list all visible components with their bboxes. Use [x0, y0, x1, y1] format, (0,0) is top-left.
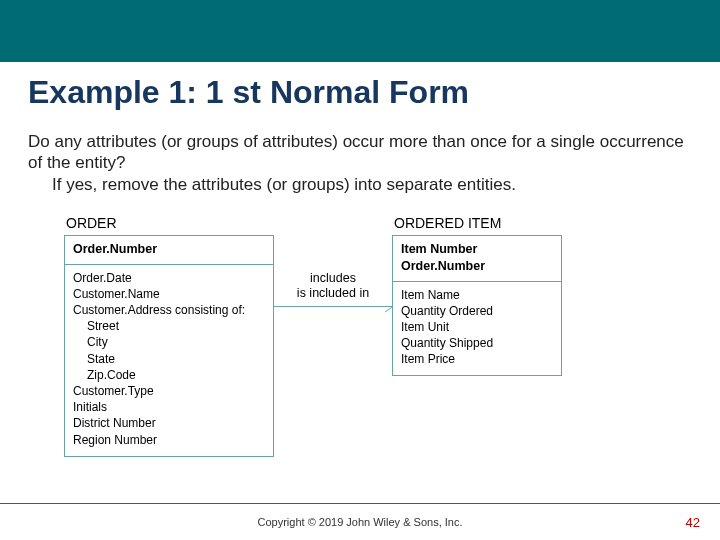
- body-text: Do any attributes (or groups of attribut…: [28, 131, 692, 195]
- attr: Customer.Name: [73, 286, 265, 302]
- relationship: includes is included in: [274, 213, 392, 307]
- attr: Quantity Ordered: [401, 303, 553, 319]
- attr: Order.Date: [73, 270, 265, 286]
- attr: Item Unit: [401, 319, 553, 335]
- copyright-text: Copyright © 2019 John Wiley & Sons, Inc.: [0, 516, 720, 528]
- header-bar: [0, 0, 720, 62]
- rel-line: [274, 306, 392, 307]
- attr: Street: [73, 318, 265, 334]
- footer: Copyright © 2019 John Wiley & Sons, Inc.…: [0, 516, 720, 528]
- entity-ordered-item: ORDERED ITEM Item Number Order.Number It…: [392, 213, 562, 377]
- er-diagram: ORDER Order.Number Order.Date Customer.N…: [28, 209, 692, 457]
- pk-attr: Order.Number: [401, 258, 553, 275]
- entity-ordered-item-attrs: Item Name Quantity Ordered Item Unit Qua…: [393, 282, 561, 376]
- attr: Customer.Address consisting of:: [73, 302, 265, 318]
- attr: State: [73, 351, 265, 367]
- rel-label-bottom: is included in: [274, 286, 392, 302]
- entity-order: ORDER Order.Number Order.Date Customer.N…: [64, 213, 274, 457]
- attr: City: [73, 334, 265, 350]
- body-answer: If yes, remove the attributes (or groups…: [52, 174, 692, 195]
- attr: Initials: [73, 399, 265, 415]
- entity-ordered-item-pk: Item Number Order.Number: [393, 236, 561, 282]
- entity-order-attrs: Order.Date Customer.Name Customer.Addres…: [65, 265, 273, 456]
- entity-order-title: ORDER: [64, 213, 274, 235]
- rel-label-top: includes: [274, 271, 392, 287]
- entity-ordered-item-title: ORDERED ITEM: [392, 213, 562, 235]
- attr: Customer.Type: [73, 383, 265, 399]
- slide-title: Example 1: 1 st Normal Form: [28, 74, 692, 111]
- attr: Region Number: [73, 432, 265, 448]
- attr: District Number: [73, 415, 265, 431]
- footer-rule: [0, 503, 720, 504]
- attr: Item Name: [401, 287, 553, 303]
- body-question: Do any attributes (or groups of attribut…: [28, 131, 692, 174]
- attr: Zip.Code: [73, 367, 265, 383]
- attr: Quantity Shipped: [401, 335, 553, 351]
- entity-order-pk: Order.Number: [65, 236, 273, 265]
- attr: Item Price: [401, 351, 553, 367]
- pk-attr: Order.Number: [73, 241, 265, 258]
- page-number: 42: [686, 515, 700, 530]
- pk-attr: Item Number: [401, 241, 553, 258]
